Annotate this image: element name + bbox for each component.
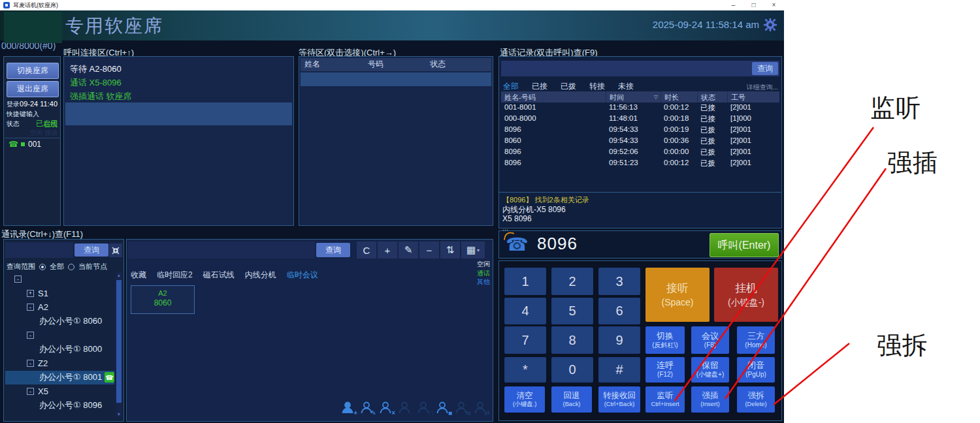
- contacts-search-input[interactable]: [128, 242, 315, 258]
- switch-agent-button[interactable]: 切换座席: [7, 63, 59, 79]
- tab-临时会议[interactable]: 临时会议: [287, 270, 318, 281]
- call-button[interactable]: 呼叫(Enter): [710, 233, 779, 257]
- key-star[interactable]: *: [504, 357, 546, 383]
- tree-item-办公小号①-8096[interactable]: 办公小号① 8096: [5, 399, 114, 413]
- key-监听[interactable]: 监听Ctrl+Insert: [645, 386, 685, 413]
- contacts-query-button[interactable]: 查询: [316, 243, 350, 257]
- key-1[interactable]: 1: [504, 268, 546, 295]
- waiting-selected-row[interactable]: [301, 72, 491, 86]
- swap-contacts-icon[interactable]: ⇆: [454, 400, 470, 416]
- sync-contacts-icon[interactable]: ⇄: [473, 400, 489, 416]
- tree-item-X5[interactable]: -X5: [5, 384, 114, 399]
- key-6[interactable]: 6: [598, 298, 640, 324]
- collapse-tree-icon[interactable]: [109, 243, 122, 257]
- settings-gear-icon[interactable]: [763, 18, 777, 32]
- tree-item-A2[interactable]: -A2: [5, 300, 114, 315]
- tree-item-办公小号①-8060[interactable]: 办公小号① 8060: [5, 315, 114, 329]
- key-3[interactable]: 3: [598, 268, 640, 295]
- radio-current-node[interactable]: [68, 264, 74, 270]
- tree-scrollbar[interactable]: ▲ ▼: [116, 272, 122, 417]
- contact-card[interactable]: A2 8060: [131, 285, 195, 314]
- key-清空[interactable]: 清空(小键盘.): [504, 386, 545, 413]
- tree-item-Z2[interactable]: -Z2: [5, 356, 114, 371]
- radio-all[interactable]: [39, 264, 46, 270]
- tab-临时回应2[interactable]: 临时回应2: [157, 270, 193, 281]
- table-row[interactable]: 809609:52:060:00:00已拨[2]001: [501, 147, 779, 158]
- key-2[interactable]: 2: [551, 268, 593, 295]
- call-log-search-input[interactable]: 查询: [501, 61, 779, 76]
- tree-item-办公小号①-8001[interactable]: 办公小号① 8001☎: [5, 371, 114, 385]
- key-保留[interactable]: 保留(小键盘+): [691, 357, 729, 383]
- key-5[interactable]: 5: [551, 298, 593, 324]
- sort-icon[interactable]: ⇅: [440, 242, 460, 258]
- tab-内线分机[interactable]: 内线分机: [245, 270, 276, 281]
- tree-item-S1[interactable]: +S1: [5, 287, 114, 301]
- selected-empty-row[interactable]: [65, 102, 292, 125]
- tree-query-button[interactable]: 查询: [74, 243, 108, 257]
- key-三方[interactable]: 三方(Home): [737, 326, 775, 354]
- filter-已拨[interactable]: 已拨: [561, 81, 576, 92]
- collapse-icon[interactable]: -: [27, 304, 34, 311]
- tab-收藏[interactable]: 收藏: [131, 270, 146, 281]
- table-row[interactable]: 809609:54:330:00:19已拨[2]001: [501, 125, 779, 136]
- tree-item[interactable]: -: [5, 272, 114, 287]
- table-row[interactable]: 809609:51:230:00:12已拨[2]001: [501, 158, 779, 169]
- key-转接收回[interactable]: 转接收回(Ctrl+Back): [598, 386, 640, 413]
- key-8[interactable]: 8: [551, 326, 593, 354]
- forward-contact-icon[interactable]: →: [397, 400, 413, 416]
- call-log-query-button[interactable]: 查询: [752, 62, 778, 75]
- key-0[interactable]: 0: [551, 357, 593, 383]
- edit-contact-icon[interactable]: ✎: [359, 400, 375, 416]
- scroll-up-icon[interactable]: ▲: [116, 273, 122, 277]
- remove-icon[interactable]: −: [419, 242, 439, 258]
- save-contact-icon[interactable]: ■: [435, 400, 451, 416]
- refresh-icon[interactable]: C: [357, 242, 376, 258]
- key-7[interactable]: 7: [504, 326, 546, 354]
- sort-desc-icon[interactable]: ▽: [654, 94, 658, 100]
- close-button[interactable]: ×: [764, 0, 784, 10]
- key-连呼[interactable]: 连呼(F12): [645, 357, 685, 383]
- key-hash[interactable]: #: [598, 357, 640, 383]
- add-icon[interactable]: +: [378, 242, 397, 258]
- filter-未接[interactable]: 未接: [618, 81, 634, 92]
- connect-row[interactable]: 通话 X5-8096: [70, 77, 122, 89]
- dialed-number[interactable]: 8096: [537, 234, 578, 254]
- line-item[interactable]: ☎001: [8, 140, 41, 149]
- filter-已接[interactable]: 已接: [532, 81, 547, 92]
- edit-icon[interactable]: ✎: [399, 242, 418, 258]
- key-切换[interactable]: 切换(反斜杠\): [645, 326, 685, 354]
- match-line[interactable]: X5 8096: [502, 214, 532, 223]
- tab-磁石试线[interactable]: 磁石试线: [203, 270, 235, 281]
- key-强拆[interactable]: 强拆(Delete): [737, 386, 775, 413]
- table-row[interactable]: 806009:54:330:00:36已拨[2]001: [501, 136, 779, 147]
- table-row[interactable]: 001-800111:56:130:00:12已接[2]001: [501, 102, 779, 114]
- key-闭音[interactable]: 闭音(PgUp): [737, 357, 775, 383]
- tree-search-input[interactable]: [5, 242, 73, 258]
- tree-item[interactable]: -: [5, 328, 114, 343]
- connect-row[interactable]: 等待 A2-8060: [70, 63, 122, 75]
- table-row[interactable]: 000-800011:48:010:00:18已接[1]000: [501, 114, 779, 125]
- key-回退[interactable]: 回退(Back): [551, 386, 592, 413]
- key-9[interactable]: 9: [598, 326, 640, 354]
- view-mode-icon[interactable]: ▦▾: [461, 242, 485, 258]
- scroll-down-icon[interactable]: ▼: [116, 412, 122, 416]
- filter-全部[interactable]: 全部: [503, 81, 519, 92]
- monitor-contact-icon[interactable]: □: [416, 400, 432, 416]
- delete-contact-icon[interactable]: ×: [378, 400, 394, 416]
- scroll-thumb[interactable]: [116, 280, 122, 403]
- collapse-icon[interactable]: -: [14, 275, 22, 283]
- expand-icon[interactable]: +: [27, 290, 34, 297]
- key-会议[interactable]: 会议(F8): [691, 326, 729, 354]
- key-强插[interactable]: 强插(Insert): [691, 386, 729, 413]
- maximize-button[interactable]: □: [743, 0, 764, 10]
- collapse-icon[interactable]: -: [27, 388, 34, 395]
- detail-query-link[interactable]: 详细查询...: [747, 83, 778, 92]
- exit-agent-button[interactable]: 退出座席: [7, 81, 59, 97]
- collapse-icon[interactable]: -: [27, 360, 34, 367]
- key-4[interactable]: 4: [504, 298, 546, 324]
- hangup-button[interactable]: 挂机(小键盘-): [714, 268, 778, 322]
- minimize-button[interactable]: –: [723, 0, 743, 10]
- collapse-icon[interactable]: -: [27, 332, 34, 339]
- answer-button[interactable]: 接听(Space): [645, 268, 710, 322]
- connect-row[interactable]: 强插通话 软座席: [70, 91, 132, 102]
